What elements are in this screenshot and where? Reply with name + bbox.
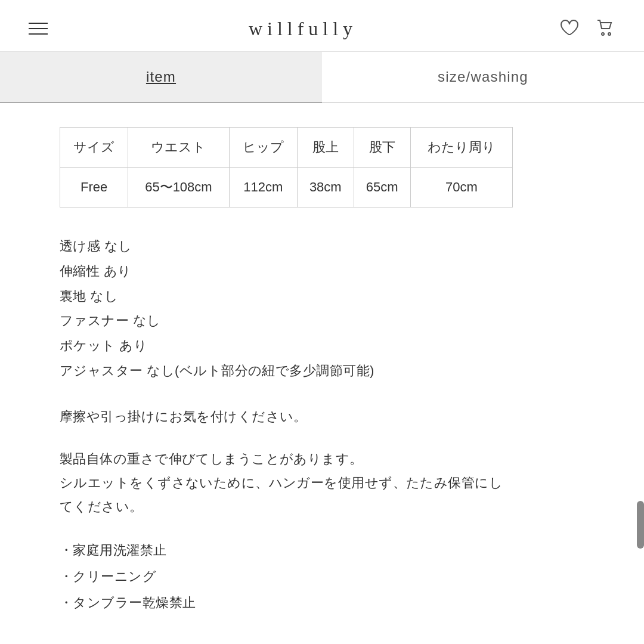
prop-fastener: ファスナー なし bbox=[60, 308, 513, 333]
prop-stretch: 伸縮性 あり bbox=[60, 259, 513, 284]
notice-friction: 摩擦や引っ掛けにお気を付けください。 bbox=[60, 405, 513, 429]
svg-point-1 bbox=[608, 33, 611, 35]
tabs: item size/washing bbox=[0, 52, 644, 103]
care-list: ・家庭用洗濯禁止 ・クリーニング ・タンブラー乾燥禁止 bbox=[60, 537, 513, 616]
col-header-hip: ヒップ bbox=[229, 128, 297, 168]
no-wash-icon bbox=[60, 640, 98, 644]
cell-thigh: 70cm bbox=[410, 168, 512, 208]
tab-size-washing[interactable]: size/washing bbox=[322, 52, 644, 103]
col-header-rise: 股上 bbox=[297, 128, 354, 168]
no-bleach-icon bbox=[114, 640, 153, 644]
prop-pocket: ポケット あり bbox=[60, 333, 513, 358]
hamburger-menu-icon[interactable] bbox=[29, 23, 48, 35]
no-tumble-dry-icon bbox=[334, 640, 372, 644]
cell-inseam: 65cm bbox=[354, 168, 410, 208]
col-header-inseam: 股下 bbox=[354, 128, 410, 168]
prop-transparency: 透け感 なし bbox=[60, 234, 513, 259]
col-header-size: サイズ bbox=[60, 128, 128, 168]
main-content: サイズ ウエスト ヒップ 股上 股下 わたり周り Free 65〜108cm 1… bbox=[0, 103, 572, 644]
svg-point-0 bbox=[602, 33, 604, 35]
header: willfully bbox=[0, 0, 644, 52]
no-machine-wash-icon bbox=[169, 640, 208, 644]
prop-lining: 裏地 なし bbox=[60, 284, 513, 309]
professional-clean-icon: F bbox=[279, 640, 317, 644]
cell-hip: 112cm bbox=[229, 168, 297, 208]
logo[interactable]: willfully bbox=[249, 18, 357, 40]
col-header-waist: ウエスト bbox=[128, 128, 229, 168]
wishlist-icon[interactable] bbox=[558, 17, 580, 41]
care-cleaning: ・クリーニング bbox=[60, 564, 513, 590]
prop-adjuster: アジャスター なし(ベルト部分の紐で多少調節可能) bbox=[60, 358, 513, 383]
cart-icon[interactable] bbox=[594, 17, 615, 41]
tab-item[interactable]: item bbox=[0, 52, 322, 103]
care-no-wash: ・家庭用洗濯禁止 bbox=[60, 537, 513, 564]
col-header-thigh: わたり周り bbox=[410, 128, 512, 168]
cell-waist: 65〜108cm bbox=[128, 168, 229, 208]
table-row: Free 65〜108cm 112cm 38cm 65cm 70cm bbox=[60, 168, 513, 208]
scrollbar[interactable] bbox=[637, 501, 644, 549]
care-icons: F bbox=[60, 640, 513, 644]
cell-size: Free bbox=[60, 168, 128, 208]
header-icons bbox=[558, 17, 615, 41]
care-no-tumble: ・タンブラー乾燥禁止 bbox=[60, 590, 513, 616]
notice-storage: 製品自体の重さで伸びてしまうことがあります。シルエットをくずさないために、ハンガ… bbox=[60, 447, 513, 518]
size-table: サイズ ウエスト ヒップ 股上 股下 わたり周り Free 65〜108cm 1… bbox=[60, 127, 513, 208]
iron-icon bbox=[224, 640, 262, 644]
properties-section: 透け感 なし 伸縮性 あり 裏地 なし ファスナー なし ポケット あり アジャ… bbox=[60, 234, 513, 383]
cell-rise: 38cm bbox=[297, 168, 354, 208]
